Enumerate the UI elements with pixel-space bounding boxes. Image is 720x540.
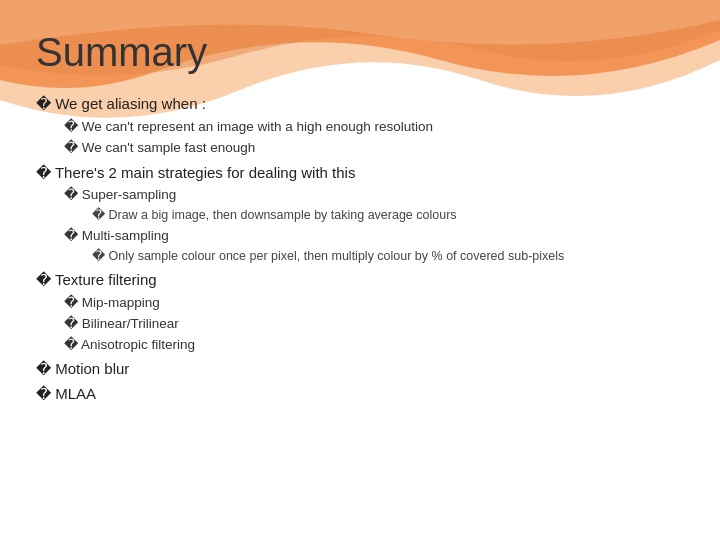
bullet-2b: � Multi-sampling: [64, 227, 684, 246]
bullet-1a: � We can't represent an image with a hig…: [64, 118, 684, 137]
slide-title: Summary: [36, 30, 684, 75]
bullet-1: � We get aliasing when :: [36, 93, 684, 115]
slide-content: Summary � We get aliasing when : � We ca…: [0, 0, 720, 428]
bullet-4: � Motion blur: [36, 358, 684, 380]
bullet-5: � MLAA: [36, 383, 684, 405]
bullet-3c: � Anisotropic filtering: [64, 336, 684, 355]
bullet-2a: � Super-sampling: [64, 186, 684, 205]
bullet-2b1: � Only sample colour once per pixel, the…: [92, 248, 684, 266]
bullet-3: � Texture filtering: [36, 269, 684, 291]
bullet-3a: � Mip-mapping: [64, 294, 684, 313]
bullet-1b: � We can't sample fast enough: [64, 139, 684, 158]
bullet-3b: � Bilinear/Trilinear: [64, 315, 684, 334]
bullet-2: � There's 2 main strategies for dealing …: [36, 162, 684, 184]
bullet-2a1: � Draw a big image, then downsample by t…: [92, 207, 684, 225]
